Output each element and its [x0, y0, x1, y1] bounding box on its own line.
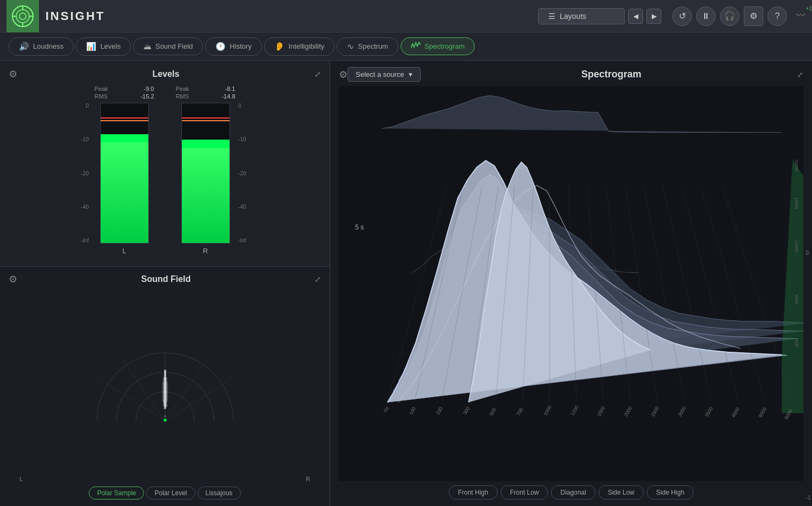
meter-left-peak-orange [101, 120, 148, 121]
spectrogram-display: 5 s [339, 86, 803, 481]
svg-point-19 [162, 409, 163, 410]
tab-spectrogram[interactable]: Spectrogram [401, 37, 475, 55]
svg-point-21 [164, 416, 166, 417]
chevron-down-icon: ▾ [409, 70, 412, 78]
svg-point-2 [19, 13, 26, 19]
wave-icon: ⛰ [143, 42, 152, 51]
svg-point-22 [163, 419, 166, 422]
view-front-low[interactable]: Front Low [501, 485, 548, 500]
tab-levels[interactable]: 📊 Levels [76, 37, 131, 56]
svg-point-20 [166, 406, 167, 407]
layouts-label: Layouts [560, 12, 586, 21]
peak-label-l: Peak [95, 86, 108, 92]
polar-lr-labels: L R [9, 476, 321, 482]
source-select-dropdown[interactable]: Select a source ▾ [348, 67, 421, 82]
header-controls: ↺ ⏸ 🎧 ⚙ ? 〰 [672, 6, 806, 26]
next-layout-button[interactable]: ▶ [646, 9, 662, 24]
polar-right-label: R [306, 476, 310, 482]
sf-tab-lissajous[interactable]: Lissajous [198, 487, 241, 500]
front-high-label: Front High [458, 489, 488, 496]
svg-point-17 [163, 401, 165, 403]
spectrogram-expand-icon[interactable]: ⤢ [797, 70, 803, 79]
peak-label-r: Peak [176, 86, 189, 92]
menu-icon: ☰ [548, 12, 555, 21]
meter-right-peak-red [182, 117, 230, 119]
view-diagonal[interactable]: Diagonal [551, 485, 595, 500]
tab-spectrogram-label: Spectrogram [424, 42, 464, 50]
left-panel: ⚙ Levels ⤢ Peak-9.0 RMS-15.2 0 -10 -20 [0, 61, 330, 506]
spectrogram-icon [411, 42, 421, 51]
layouts-button[interactable]: ☰ Layouts [538, 8, 625, 24]
soundfield-tabs: Polar Sample Polar Level Lissajous [9, 487, 321, 500]
svg-text:15000: 15000 [794, 197, 799, 209]
svg-text:7000: 7000 [794, 338, 799, 347]
soundfield-header: ⚙ Sound Field ⤢ [9, 273, 321, 285]
scale-minus1: -1 [806, 495, 812, 501]
svg-text:20000: 20000 [794, 160, 799, 172]
sf-tab-polar-level[interactable]: Polar Level [146, 487, 195, 500]
meter-left [100, 103, 149, 244]
soundfield-expand-icon[interactable]: ⤢ [315, 275, 321, 284]
speaker-icon: 🔊 [19, 42, 29, 51]
meter-left-peak-red [101, 117, 148, 119]
levels-settings-icon[interactable]: ⚙ [9, 68, 17, 80]
spectrogram-view-controls: Front High Front Low Diagonal Side Low S… [339, 485, 803, 500]
nav-tabs: 🔊 Loudness 📊 Levels ⛰ Sound Field 🕐 Hist… [0, 32, 812, 61]
view-front-high[interactable]: Front High [449, 485, 497, 500]
headphone-button[interactable]: 🎧 [720, 6, 739, 26]
soundfield-section: ⚙ Sound Field ⤢ [0, 267, 330, 506]
channel-right: Peak-8.1 RMS-14.8 0 -10 - [176, 86, 235, 259]
spectrogram-svg: 5 s [339, 86, 803, 481]
meter-left-bright [101, 134, 148, 142]
lissajous-label: Lissajous [206, 489, 233, 497]
view-side-low[interactable]: Side Low [599, 485, 644, 500]
spectrogram-settings-icon[interactable]: ⚙ [339, 69, 348, 81]
meter-right-bright [182, 140, 230, 148]
header: INSIGHT ☰ Layouts ◀ ▶ ↺ ⏸ 🎧 ⚙ ? 〰 [0, 0, 812, 32]
rms-label-r: RMS [176, 93, 189, 100]
settings-button[interactable]: ⚙ [744, 6, 763, 26]
levels-expand-icon[interactable]: ⤢ [315, 70, 321, 78]
levels-icon: 📊 [86, 42, 96, 51]
polar-left-label: L [19, 476, 23, 482]
ear-icon: 👂 [274, 42, 285, 51]
soundfield-content: +1 0 -1 [9, 291, 321, 474]
channel-left: Peak-9.0 RMS-15.2 0 -10 -20 -40 -Inf [95, 86, 154, 259]
svg-point-16 [164, 391, 166, 393]
tab-spectrum[interactable]: ∿ Spectrum [337, 37, 398, 56]
tab-history[interactable]: 🕐 History [205, 37, 261, 56]
channel-right-label: R [203, 247, 208, 255]
channel-right-stats: Peak-8.1 RMS-14.8 [176, 86, 235, 100]
meter-scale-left: 0 -10 -20 -40 -Inf [81, 103, 89, 244]
prev-layout-button[interactable]: ◀ [628, 9, 643, 24]
rms-val-l: -15.2 [140, 93, 154, 100]
soundfield-settings-icon[interactable]: ⚙ [9, 273, 17, 285]
channel-left-stats: Peak-9.0 RMS-15.2 [95, 86, 154, 100]
logo-box [6, 0, 39, 32]
meter-left-fill [101, 142, 148, 243]
channel-left-label: L [122, 247, 126, 255]
tab-intelligibility-label: Intelligibility [289, 42, 324, 50]
svg-text:5 s: 5 s [355, 224, 364, 231]
refresh-button[interactable]: ↺ [672, 6, 692, 26]
view-side-high[interactable]: Side High [647, 485, 693, 500]
source-select-label: Select a source [356, 70, 404, 78]
sf-tab-polar-sample[interactable]: Polar Sample [89, 487, 144, 500]
polar-sample-label: Polar Sample [97, 489, 136, 497]
rms-label-l: RMS [95, 93, 108, 100]
tab-loudness[interactable]: 🔊 Loudness [9, 37, 74, 56]
tab-soundfield[interactable]: ⛰ Sound Field [133, 37, 203, 55]
scale-plus1: +1 [806, 5, 812, 11]
tab-intelligibility[interactable]: 👂 Intelligibility [264, 37, 335, 56]
polar-svg [89, 333, 241, 431]
levels-meters: Peak-9.0 RMS-15.2 0 -10 -20 -40 -Inf [9, 86, 321, 259]
levels-title: Levels [17, 69, 315, 79]
wavy-icon: 〰 [796, 10, 806, 22]
pause-button[interactable]: ⏸ [696, 6, 716, 26]
app-title: INSIGHT [45, 9, 105, 23]
svg-point-1 [16, 10, 29, 23]
help-button[interactable]: ? [768, 6, 787, 26]
side-high-label: Side High [656, 489, 684, 496]
side-low-label: Side Low [608, 489, 634, 496]
meter-scale-right: 0 -10 -20 -40 -Inf [238, 103, 246, 244]
